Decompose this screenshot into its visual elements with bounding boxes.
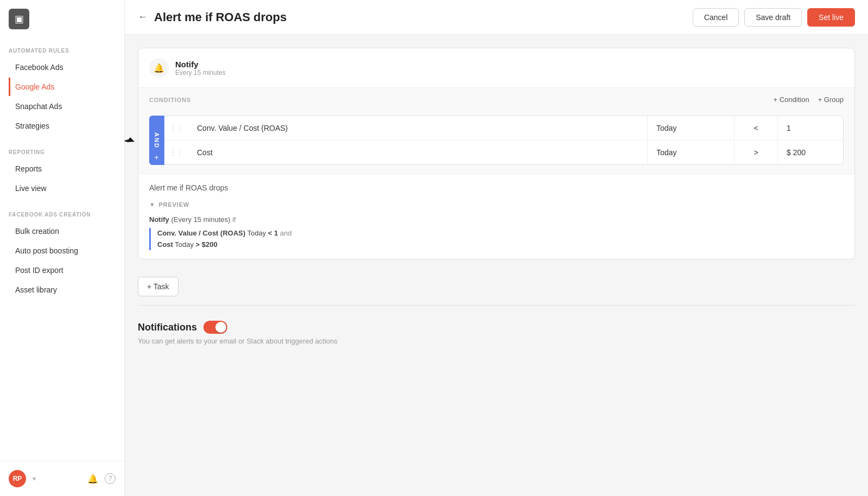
notify-info: Notify Every 15 minutes (175, 60, 226, 77)
page-title: Alert me if ROAS drops (154, 10, 286, 24)
condition-row: ⋮⋮ Cost Today > $ 200 (164, 141, 843, 164)
preview-block: Conv. Value / Cost (ROAS) Today < 1 and … (149, 228, 844, 251)
avatar[interactable]: RP (9, 470, 26, 487)
sidebar-item-post-id-export[interactable]: Post ID export (9, 261, 116, 279)
sidebar-item-asset-library[interactable]: Asset library (9, 281, 116, 299)
back-button[interactable]: ← (138, 11, 148, 23)
notifications-toggle[interactable] (203, 321, 227, 334)
svg-marker-0 (126, 137, 135, 142)
preview-label: PREVIEW (159, 201, 189, 208)
notify-title: Notify (175, 60, 226, 69)
preview-line-1: Conv. Value / Cost (ROAS) Today < 1 and (157, 228, 844, 239)
conditions-body: AND + ⋮⋮ Conv. Value / Cost (ROAS) Today… (138, 109, 854, 174)
header-actions: Cancel Save draft Set live (693, 8, 855, 27)
and-label: AND (154, 132, 160, 149)
page-header: ← Alert me if ROAS drops Cancel Save dra… (125, 0, 868, 35)
section-label-reporting: REPORTING (9, 149, 116, 155)
help-icon[interactable]: ? (105, 473, 116, 484)
sidebar-item-reports[interactable]: Reports (9, 160, 116, 178)
sidebar-logo: ▣ (0, 0, 124, 38)
logo-icon[interactable]: ▣ (9, 9, 29, 29)
notifications-title: Notifications (138, 321, 855, 334)
conditions-header: CONDITIONS + Condition + Group (138, 88, 854, 109)
notify-bell-icon: 🔔 (149, 58, 169, 78)
section-label-automated-rules: AUTOMATED RULES (9, 48, 116, 54)
condition-metric-1[interactable]: Conv. Value / Cost (ROAS) (188, 116, 648, 140)
section-reporting: REPORTING Reports Live view (0, 139, 124, 202)
sidebar-item-facebook-ads[interactable]: Facebook Ads (9, 58, 116, 77)
main-content: ← Alert me if ROAS drops Cancel Save dra… (125, 0, 868, 496)
content-area: 🔔 Notify Every 15 minutes CONDITIONS + C… (125, 35, 868, 496)
preview-line-2: Cost Today > $200 (157, 239, 844, 251)
header-left: ← Alert me if ROAS drops (138, 10, 286, 24)
conditions-actions: + Condition + Group (774, 96, 844, 104)
notifications-description: You can get alerts to your email or Slac… (138, 337, 855, 345)
toggle-knob (215, 322, 226, 333)
preview-toggle[interactable]: ▼ PREVIEW (149, 201, 844, 208)
condition-date-2[interactable]: Today (648, 141, 735, 164)
sidebar-item-strategies[interactable]: Strategies (9, 117, 116, 135)
sidebar-footer: RP ▾ 🔔 ? (0, 461, 124, 496)
conditions-label: CONDITIONS (149, 97, 191, 103)
add-condition-button[interactable]: + Condition (774, 96, 809, 104)
section-facebook-ads-creation: FACEBOOK ADS CREATION Bulk creation Auto… (0, 202, 124, 303)
sidebar-item-auto-post-boosting[interactable]: Auto post boosting (9, 241, 116, 260)
drag-handle-icon[interactable]: ⋮⋮ (164, 117, 188, 139)
and-connector[interactable]: AND + (149, 116, 164, 165)
condition-operator-1[interactable]: < (735, 116, 778, 140)
sidebar: ▣ AUTOMATED RULES Facebook Ads Google Ad… (0, 0, 125, 496)
preview-section: ▼ PREVIEW Notify (Every 15 minutes) if C… (138, 201, 854, 259)
footer-icons: 🔔 ? (87, 473, 116, 484)
preview-chevron-icon: ▼ (149, 201, 156, 208)
condition-value-1[interactable]: 1 (778, 116, 843, 140)
condition-metric-2[interactable]: Cost (188, 141, 648, 164)
add-task-button[interactable]: + Task (138, 277, 178, 296)
divider (138, 305, 855, 306)
cancel-button[interactable]: Cancel (693, 8, 739, 27)
condition-operator-2[interactable]: > (735, 141, 778, 164)
sidebar-item-live-view[interactable]: Live view (9, 179, 116, 198)
notify-subtitle: Every 15 minutes (175, 69, 226, 77)
sidebar-item-bulk-creation[interactable]: Bulk creation (9, 222, 116, 240)
preview-if: if (232, 215, 236, 224)
description-section: Alert me if ROAS drops (138, 174, 854, 201)
notifications-section: Notifications You can get alerts to your… (138, 310, 855, 345)
save-draft-button[interactable]: Save draft (744, 8, 802, 27)
sidebar-item-snapchat-ads[interactable]: Snapchat Ads (9, 97, 116, 116)
section-automated-rules: AUTOMATED RULES Facebook Ads Google Ads … (0, 38, 124, 139)
condition-row: ⋮⋮ Conv. Value / Cost (ROAS) Today < 1 (164, 116, 843, 141)
and-plus-icon[interactable]: + (152, 155, 161, 161)
sidebar-item-google-ads[interactable]: Google Ads (9, 78, 116, 96)
conditions-section: CONDITIONS + Condition + Group (138, 88, 854, 259)
notify-section: 🔔 Notify Every 15 minutes (138, 48, 854, 88)
set-live-button[interactable]: Set live (807, 8, 855, 27)
description-text: Alert me if ROAS drops (149, 183, 228, 192)
preview-content: Notify (Every 15 minutes) if Conv. Value… (149, 214, 844, 250)
rule-card: 🔔 Notify Every 15 minutes CONDITIONS + C… (138, 48, 855, 259)
drag-handle-icon[interactable]: ⋮⋮ (164, 141, 188, 164)
section-label-facebook-ads-creation: FACEBOOK ADS CREATION (9, 212, 116, 218)
task-section: + Task (138, 268, 855, 301)
preview-parens: (Every 15 minutes) (171, 215, 232, 224)
condition-date-1[interactable]: Today (648, 116, 735, 140)
conditions-rows: ⋮⋮ Conv. Value / Cost (ROAS) Today < 1 ⋮… (164, 116, 844, 165)
add-group-button[interactable]: + Group (818, 96, 844, 104)
condition-value-2[interactable]: $ 200 (778, 141, 843, 164)
notifications-title-text: Notifications (138, 322, 197, 333)
preview-notify: Notify (149, 215, 169, 224)
avatar-chevron[interactable]: ▾ (33, 475, 36, 482)
bell-icon[interactable]: 🔔 (87, 474, 98, 484)
